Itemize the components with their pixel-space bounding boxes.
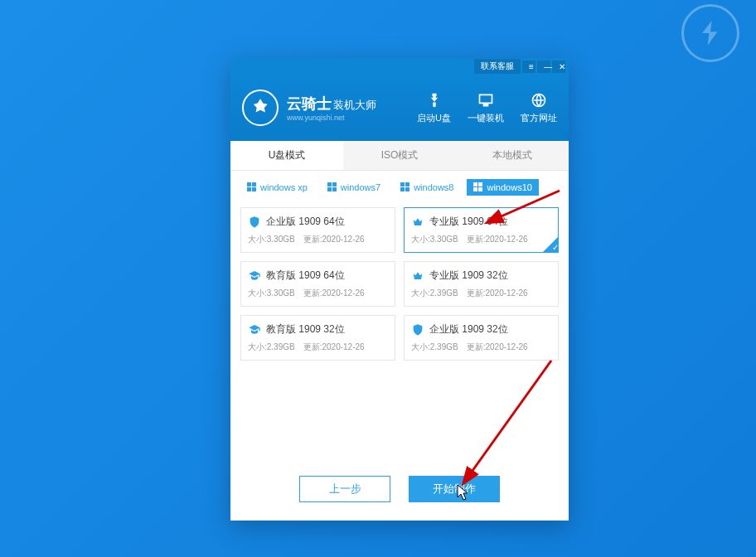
svg-rect-8: [400, 182, 405, 186]
card-size: 大小:2.39GB: [248, 341, 295, 353]
system-card[interactable]: 企业版 1909 32位 大小:2.39GB 更新:2020-12-26: [404, 315, 559, 361]
windows-flag-icon: [327, 182, 337, 192]
svg-rect-13: [478, 182, 482, 186]
usb-icon: [425, 91, 443, 109]
os-tab-label: windows7: [341, 182, 380, 192]
svg-rect-4: [327, 182, 332, 186]
card-size: 大小:3.30GB: [248, 234, 295, 245]
shield-icon: [248, 216, 261, 229]
nav-official-site[interactable]: 官方网址: [521, 91, 557, 124]
card-title: 企业版 1909 64位: [266, 215, 345, 229]
graduation-cap-icon: [248, 323, 261, 337]
card-size: 大小:3.30GB: [411, 234, 458, 245]
card-updated: 更新:2020-12-26: [467, 288, 528, 299]
os-tab-label: windows xp: [260, 182, 308, 192]
svg-rect-10: [400, 187, 405, 191]
os-tab-label: windows8: [414, 182, 453, 192]
brand-block: 云骑士装机大师 www.yunqishi.net: [287, 94, 376, 122]
prev-step-button[interactable]: 上一步: [299, 476, 390, 502]
os-tabs: windows xp windows7 windows8 windows10: [230, 171, 569, 202]
card-updated: 更新:2020-12-26: [303, 234, 365, 245]
svg-rect-12: [473, 182, 477, 186]
footer-actions: 上一步 开始制作: [230, 476, 569, 502]
system-card[interactable]: 教育版 1909 32位 大小:2.39GB 更新:2020-12-26: [240, 315, 395, 361]
os-tab-win7[interactable]: windows7: [321, 179, 387, 196]
windows-flag-icon: [473, 182, 483, 192]
card-title: 企业版 1909 32位: [429, 322, 508, 337]
system-card[interactable]: 专业版 1909 32位 大小:2.39GB 更新:2020-12-26: [404, 261, 559, 307]
nav-usb-boot[interactable]: 启动U盘: [417, 91, 451, 124]
svg-rect-2: [247, 187, 251, 191]
card-title: 教育版 1909 32位: [266, 322, 345, 337]
brand-subtitle: www.yunqishi.net: [287, 114, 376, 122]
windows-flag-icon: [400, 182, 410, 192]
system-card[interactable]: 专业版 1909 64位 大小:3.30GB 更新:2020-12-26: [404, 207, 559, 253]
globe-icon: [530, 91, 548, 109]
shield-icon: [411, 323, 424, 337]
os-tab-win10[interactable]: windows10: [467, 179, 538, 196]
card-size: 大小:2.39GB: [411, 288, 458, 299]
card-size: 大小:3.30GB: [248, 288, 295, 299]
header-nav: 启动U盘 一键装机 官方网址: [417, 91, 557, 124]
minimize-icon[interactable]: —: [537, 61, 550, 73]
system-card[interactable]: 企业版 1909 64位 大小:3.30GB 更新:2020-12-26: [240, 207, 395, 253]
card-updated: 更新:2020-12-26: [467, 341, 528, 353]
svg-rect-14: [473, 187, 477, 191]
menu-icon[interactable]: ≡: [522, 61, 536, 73]
svg-rect-0: [247, 182, 251, 186]
svg-rect-7: [332, 187, 337, 191]
system-card[interactable]: 教育版 1909 64位 大小:3.30GB 更新:2020-12-26: [240, 261, 395, 307]
card-title: 专业版 1909 32位: [429, 269, 508, 283]
nav-label: 官方网址: [521, 112, 557, 124]
card-title: 专业版 1909 64位: [429, 215, 508, 229]
mode-tab-usb[interactable]: U盘模式: [230, 141, 343, 170]
svg-rect-9: [405, 182, 410, 186]
nav-label: 启动U盘: [417, 112, 451, 124]
svg-rect-3: [252, 187, 256, 191]
crown-icon: [411, 269, 424, 283]
card-title: 教育版 1909 64位: [266, 269, 345, 283]
os-tab-label: windows10: [487, 182, 531, 192]
page-watermark: [681, 4, 739, 62]
graduation-cap-icon: [248, 269, 261, 283]
start-button[interactable]: 开始制作: [409, 476, 500, 502]
app-window: 联系客服 ≡ — ✕ 云骑士装机大师 www.yunqishi.net 启动U盘: [230, 58, 569, 521]
svg-rect-15: [478, 187, 482, 191]
nav-one-click[interactable]: 一键装机: [468, 91, 504, 124]
app-header: 云骑士装机大师 www.yunqishi.net 启动U盘 一键装机: [230, 75, 569, 141]
card-updated: 更新:2020-12-26: [467, 234, 528, 245]
mouse-cursor-icon: [457, 484, 468, 501]
windows-flag-icon: [247, 182, 257, 192]
mode-tab-iso[interactable]: ISO模式: [343, 141, 456, 170]
nav-label: 一键装机: [468, 112, 504, 124]
selected-check-icon: [543, 237, 558, 252]
titlebar: 联系客服 ≡ — ✕: [230, 58, 569, 75]
monitor-icon: [477, 91, 495, 109]
os-tab-xp[interactable]: windows xp: [240, 179, 314, 196]
svg-rect-11: [405, 187, 410, 191]
close-icon[interactable]: ✕: [552, 61, 565, 73]
svg-rect-6: [327, 187, 332, 191]
system-cards-grid: 企业版 1909 64位 大小:3.30GB 更新:2020-12-26 专业版…: [230, 202, 569, 366]
svg-rect-5: [332, 182, 337, 186]
card-size: 大小:2.39GB: [411, 341, 458, 353]
mode-tab-local[interactable]: 本地模式: [456, 141, 569, 170]
svg-rect-1: [252, 182, 256, 186]
crown-icon: [411, 216, 424, 229]
brand-title: 云骑士装机大师: [287, 94, 376, 114]
contact-support-button[interactable]: 联系客服: [474, 59, 521, 74]
mode-tabs: U盘模式 ISO模式 本地模式: [230, 141, 569, 171]
os-tab-win8[interactable]: windows8: [394, 179, 460, 196]
card-updated: 更新:2020-12-26: [303, 288, 365, 299]
card-updated: 更新:2020-12-26: [303, 341, 365, 353]
app-logo-icon: [242, 90, 279, 126]
